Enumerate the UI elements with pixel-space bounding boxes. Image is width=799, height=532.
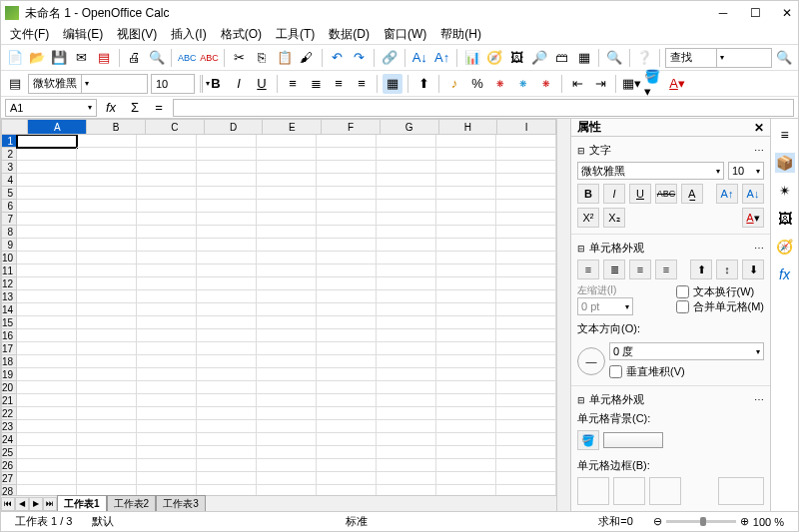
cell[interactable] xyxy=(17,290,77,303)
cell[interactable] xyxy=(257,303,317,316)
row-header[interactable]: 5 xyxy=(1,187,17,200)
cell[interactable] xyxy=(77,226,137,239)
cell[interactable] xyxy=(496,187,556,200)
autocorrect-icon[interactable]: ABC xyxy=(200,48,219,68)
zoom-icon[interactable]: 🔍 xyxy=(604,48,623,68)
headers-icon[interactable]: ▦ xyxy=(574,48,593,68)
cell[interactable] xyxy=(257,265,317,277)
formula-input[interactable] xyxy=(173,99,794,117)
cell[interactable] xyxy=(377,303,436,316)
cell[interactable] xyxy=(496,355,556,368)
cell[interactable] xyxy=(496,342,556,355)
row-header[interactable]: 6 xyxy=(1,200,17,213)
cell[interactable] xyxy=(317,290,377,303)
cell[interactable] xyxy=(496,226,556,239)
cell[interactable] xyxy=(77,368,137,381)
cell[interactable] xyxy=(496,200,556,213)
cell[interactable] xyxy=(317,135,377,148)
more-icon[interactable]: ⋯ xyxy=(754,243,764,254)
cell[interactable] xyxy=(436,316,496,329)
cell[interactable] xyxy=(17,213,77,226)
cell[interactable] xyxy=(137,446,197,459)
cell[interactable] xyxy=(77,381,137,394)
cell[interactable] xyxy=(377,381,436,394)
cell[interactable] xyxy=(257,200,317,213)
vertical-scrollbar[interactable] xyxy=(556,119,570,511)
cell[interactable] xyxy=(197,187,257,200)
navigator-icon[interactable]: 🧭 xyxy=(485,48,504,68)
cell[interactable] xyxy=(77,187,137,200)
paste-icon[interactable]: 📋 xyxy=(275,48,294,68)
cell[interactable] xyxy=(77,277,137,290)
chevron-down-icon[interactable]: ▾ xyxy=(756,167,760,176)
panel-size-select[interactable]: 10▾ xyxy=(728,162,764,180)
brush-icon[interactable]: 🖌 xyxy=(297,48,316,68)
cell[interactable] xyxy=(137,187,197,200)
tab-first-icon[interactable]: ⏮ xyxy=(1,497,15,511)
cell[interactable] xyxy=(137,433,197,446)
chevron-down-icon[interactable]: ▾ xyxy=(81,75,92,93)
cell[interactable] xyxy=(496,329,556,342)
cell[interactable] xyxy=(17,420,77,433)
cell[interactable] xyxy=(257,329,317,342)
column-header[interactable]: I xyxy=(497,119,556,135)
cell[interactable] xyxy=(77,148,137,161)
cell[interactable] xyxy=(496,252,556,265)
cell[interactable] xyxy=(436,252,496,265)
row-header[interactable]: 16 xyxy=(1,329,17,342)
cell[interactable] xyxy=(377,446,436,459)
cell[interactable] xyxy=(317,446,377,459)
cell[interactable] xyxy=(197,446,257,459)
cell[interactable] xyxy=(377,368,436,381)
cell[interactable] xyxy=(496,135,556,148)
cell[interactable] xyxy=(317,213,377,226)
column-header[interactable]: B xyxy=(87,119,146,135)
cell[interactable] xyxy=(197,174,257,187)
datasource-icon[interactable]: 🗃 xyxy=(552,48,571,68)
cell[interactable] xyxy=(377,472,436,485)
collapse-icon[interactable]: ⊟ xyxy=(577,395,585,405)
new-icon[interactable]: 📄 xyxy=(5,48,24,68)
cell[interactable] xyxy=(137,342,197,355)
cell[interactable] xyxy=(137,161,197,174)
cell[interactable] xyxy=(257,355,317,368)
cell-reference-box[interactable]: A1 ▾ xyxy=(5,99,97,117)
cell[interactable] xyxy=(436,290,496,303)
cell[interactable] xyxy=(257,446,317,459)
cell[interactable] xyxy=(77,213,137,226)
cell[interactable] xyxy=(257,459,317,472)
border-preset-all[interactable] xyxy=(649,477,681,505)
valign-top-icon[interactable]: ⬆ xyxy=(413,74,433,94)
cell[interactable] xyxy=(377,420,436,433)
align-left-icon[interactable]: ≡ xyxy=(577,260,599,279)
cell[interactable] xyxy=(137,459,197,472)
cell[interactable] xyxy=(436,355,496,368)
row-header[interactable]: 25 xyxy=(1,446,17,459)
cell[interactable] xyxy=(77,200,137,213)
row-header[interactable]: 10 xyxy=(1,252,17,265)
preview-icon[interactable]: 🔍 xyxy=(147,48,166,68)
cell[interactable] xyxy=(257,472,317,485)
chevron-down-icon[interactable]: ▾ xyxy=(88,103,92,112)
sheet-tab[interactable]: 工作表3 xyxy=(156,495,206,512)
panel-sub-icon[interactable]: X₂ xyxy=(603,208,625,228)
row-header[interactable]: 27 xyxy=(1,472,17,485)
cell[interactable] xyxy=(17,252,77,265)
panel-grow-font-icon[interactable]: A↑ xyxy=(716,184,738,204)
cell[interactable] xyxy=(137,148,197,161)
cell[interactable] xyxy=(137,394,197,407)
cell[interactable] xyxy=(257,407,317,420)
align-justify-icon[interactable]: ≡ xyxy=(655,260,677,279)
row-header[interactable]: 19 xyxy=(1,368,17,381)
cell[interactable] xyxy=(496,265,556,277)
cell[interactable] xyxy=(377,407,436,420)
menu-item[interactable]: 视图(V) xyxy=(112,25,162,44)
cell[interactable] xyxy=(496,303,556,316)
panel-super-icon[interactable]: X² xyxy=(577,208,599,228)
bgcolor-icon[interactable]: 🪣▾ xyxy=(644,74,664,94)
remove-decimal-icon[interactable]: ❋ xyxy=(536,74,556,94)
row-header[interactable]: 24 xyxy=(1,433,17,446)
column-header[interactable]: C xyxy=(146,119,205,135)
panel-underline-button[interactable]: U xyxy=(629,184,651,204)
menu-item[interactable]: 文件(F) xyxy=(5,25,54,44)
